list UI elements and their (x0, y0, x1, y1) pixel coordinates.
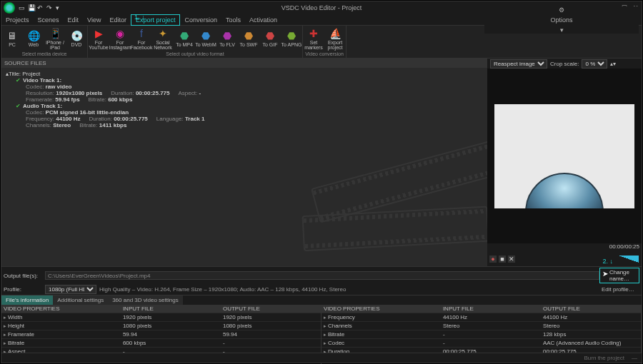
to-webm-icon: ⬣ (199, 29, 212, 42)
table-row[interactable]: Frequency44100 Hz44100 Hz (322, 313, 641, 321)
profile-select[interactable]: 1080p (Full HD) (45, 285, 96, 294)
to-mp4-icon: ⬣ (178, 29, 191, 42)
ribbon-to-mp4[interactable]: ⬣To MP4 (174, 26, 195, 51)
crop-scale-select[interactable]: 0 % (582, 59, 607, 69)
table-row[interactable]: Height1080 pixels1080 pixels (1, 321, 321, 330)
quick-access-toolbar[interactable]: ▭ 💾 ↶ ↷ ▾ (19, 4, 63, 11)
source-files-header: SOURCE FILES (1, 59, 487, 68)
profile-description: High Quality – Video: H.264, Frame Size … (96, 286, 599, 293)
tab-conversion[interactable]: Conversion (180, 14, 221, 26)
for-facebook-icon: f (135, 27, 148, 40)
ribbon-iphone-ipad[interactable]: 📱iPhone / iPad (44, 26, 66, 51)
ribbon-dvd[interactable]: 💿DVD (66, 26, 87, 51)
crop-scale-label: Crop scale: (550, 61, 579, 67)
to-gif-icon: ⬣ (264, 29, 276, 42)
table-row[interactable]: Framerate59.9459.94 (1, 330, 321, 338)
options-link[interactable]: Options (550, 16, 572, 24)
ribbon-set-markers[interactable]: ✚Set markers (303, 26, 324, 51)
tree-video-track: Video Track 1: (23, 77, 61, 84)
qat-redo-icon[interactable]: ↷ (46, 4, 54, 11)
ptab-additional-settings[interactable]: Additional settings (53, 295, 108, 305)
status-bar: Burn the project — (1, 353, 642, 363)
property-tabs: File's informationAdditional settings360… (1, 295, 642, 305)
ribbon-web[interactable]: 🌐Web (23, 26, 44, 51)
table-row[interactable]: Bitrate600 kbps- (1, 338, 321, 347)
qat-drop-icon[interactable]: ▾ (56, 4, 63, 11)
crop-stepper-icon[interactable]: ▴▾ (610, 61, 616, 67)
for-youtube-icon: ▶ (92, 27, 105, 40)
ribbon-for-instagram[interactable]: ◉For Instagram (109, 26, 131, 51)
for-instagram-icon: ◉ (114, 27, 126, 40)
qat-new-icon[interactable]: ▭ (19, 4, 26, 11)
ribbon-social-network[interactable]: ✦Social Network (152, 26, 174, 51)
source-tree[interactable]: ▴ Title: Project ✔Video Track 1: Codec: … (1, 68, 487, 131)
to-flv-icon: ⬣ (221, 29, 234, 42)
ribbon-to-apng[interactable]: ⬣To APNG (281, 26, 302, 51)
annotation-1: 1. ↓ (134, 14, 145, 21)
table-row[interactable]: Bitrate-128 kbps (322, 330, 641, 338)
tab-view[interactable]: View (83, 14, 105, 26)
ribbon-to-swf[interactable]: ⬣To SWF (238, 26, 259, 51)
window-title: VSDC Video Editor - Project (281, 4, 362, 11)
stop-button[interactable]: ■ (499, 256, 506, 263)
set-markers-icon: ✚ (307, 27, 320, 40)
check-icon: ✔ (16, 103, 21, 109)
ribbon-formats-caption: Select output video format (88, 51, 302, 58)
web-icon: 🌐 (27, 29, 40, 42)
social-network-icon: ✦ (156, 27, 169, 40)
check-icon: ✔ (16, 77, 21, 84)
tab-editor[interactable]: Editor (105, 14, 131, 26)
table-row[interactable]: ChannelsStereoStereo (322, 321, 641, 330)
ribbon-for-facebook[interactable]: fFor Facebook (131, 26, 152, 51)
ribbon-to-flv[interactable]: ⬣To FLV (216, 26, 238, 51)
qat-undo-icon[interactable]: ↶ (37, 4, 44, 11)
annotation-2: 2. ↓ (602, 258, 613, 265)
tab-tools[interactable]: Tools (221, 14, 245, 26)
iphone-ipad-icon: 📱 (49, 27, 61, 40)
burn-project-button[interactable]: Burn the project (584, 355, 624, 361)
to-swf-icon: ⬣ (242, 29, 255, 42)
profile-label: Profile: (4, 286, 45, 293)
table-row[interactable]: Codec-AAC (Advanced Audio Coding) (322, 338, 641, 347)
source-files-panel: SOURCE FILES ▴ Title: Project ✔Video Tra… (1, 59, 487, 266)
preview-panel: Reaspect image Crop scale: 0 % ▴▾ 00:00/… (487, 59, 642, 266)
tree-audio-track: Audio Track 1: (23, 103, 62, 109)
tree-title: Title: Project (9, 71, 40, 77)
ptab-360-and-3d-video-settings[interactable]: 360 and 3D video settings (108, 295, 183, 305)
volume-slider[interactable] (619, 256, 639, 263)
record-button[interactable]: ● (489, 256, 497, 263)
ribbon-devices-caption: Select media device (1, 51, 87, 58)
zoom-slider[interactable]: — (632, 355, 637, 361)
dvd-icon: 💿 (70, 29, 83, 42)
reaspect-select[interactable]: Reaspect image (490, 59, 547, 69)
options-drop-icon[interactable]: ▾ (560, 26, 564, 34)
export-project-icon: ⛵ (329, 27, 342, 40)
ribbon-pc[interactable]: 🖥PC (1, 26, 23, 51)
preview-controls: ● ■ ✕ 2. ↓ (487, 252, 642, 266)
tab-projects[interactable]: Projects (1, 14, 34, 26)
table-row[interactable]: Width1920 pixels1920 pixels (1, 313, 321, 321)
tab-scenes[interactable]: Scenes (34, 14, 64, 26)
close-preview-button[interactable]: ✕ (508, 256, 515, 263)
ribbon-export-project[interactable]: ⛵Export project (324, 26, 346, 51)
cursor-icon: ➤ (602, 270, 608, 278)
qat-save-icon[interactable]: 💾 (28, 4, 35, 11)
video-preview[interactable] (487, 69, 642, 243)
ribbon-to-gif[interactable]: ⬣To GIF (259, 26, 281, 51)
tab-edit[interactable]: Edit (64, 14, 84, 26)
output-file-field[interactable]: C:\Users\EverGreen\Videos\Project.mp4 (45, 271, 599, 280)
film-strip-decoration (311, 148, 487, 266)
preview-time: 00:00/00:25 (487, 243, 642, 252)
app-logo (4, 2, 15, 14)
ribbon-for-youtube[interactable]: ▶For YouTube (88, 26, 109, 51)
change-name-button[interactable]: ➤Change name… (599, 268, 639, 283)
edit-profile-button[interactable]: Edit profile… (599, 285, 639, 293)
tab-activation[interactable]: Activation (245, 14, 281, 26)
ptab-file-s-information[interactable]: File's information (1, 295, 53, 305)
ribbon-conversion-caption: Video conversion (303, 51, 346, 58)
output-file-label: Output file(s): (4, 273, 45, 279)
settings-gear-icon[interactable]: ⚙ (559, 6, 564, 14)
ribbon-to-webm[interactable]: ⬣To WebM (195, 26, 216, 51)
menu-bar: 1. ↓ ProjectsScenesEditViewEditorExport … (1, 14, 642, 26)
pc-icon: 🖥 (6, 29, 19, 42)
